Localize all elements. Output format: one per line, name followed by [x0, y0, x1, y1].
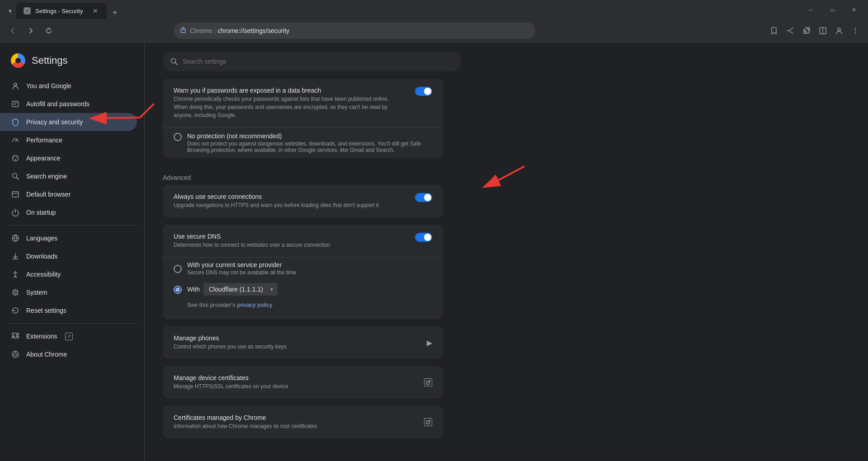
no-protection-radio[interactable] [174, 133, 182, 141]
device-certs-title: Manage device certificates [174, 374, 413, 381]
svg-point-5 [855, 28, 856, 29]
sidebar-item-you-and-google[interactable]: You and Google [0, 77, 137, 95]
puzzle-icon [11, 332, 20, 341]
password-breach-toggle[interactable] [415, 87, 432, 96]
browser-icon [11, 190, 20, 199]
always-https-toggle-wrap [415, 193, 432, 202]
languages-label: Languages [26, 235, 57, 242]
manage-phones-info: Manage phones Control which phones you u… [174, 334, 427, 351]
sidebar-divider-2 [7, 323, 137, 324]
always-https-info: Always use secure connections Upgrade na… [174, 193, 415, 209]
downloads-label: Downloads [26, 253, 57, 260]
forward-button[interactable] [24, 24, 38, 38]
search-area [145, 42, 868, 79]
lock-icon [180, 27, 186, 34]
autofill-label: Autofill and passwords [26, 100, 90, 108]
main-content: Settings You and Google Autofill and pas… [0, 42, 868, 461]
settings-tab[interactable]: Settings - Security ✕ [16, 3, 107, 19]
svg-point-24 [15, 271, 16, 273]
dns-provider-select-wrap[interactable]: Cloudflare (1.1.1.1) [203, 283, 278, 296]
sidebar-item-reset-settings[interactable]: Reset settings [0, 301, 137, 320]
sidebar-item-search-engine[interactable]: Search engine [0, 167, 137, 185]
sidebar-item-on-startup[interactable]: On startup [0, 203, 137, 221]
external-link-indicator: ↗ [65, 333, 73, 340]
dns-with-radio[interactable] [174, 286, 182, 294]
device-certs-row[interactable]: Manage device certificates Manage HTTPS/… [163, 366, 443, 399]
sidebar-item-downloads[interactable]: Downloads [0, 247, 137, 265]
content-area: Warn you if passwords are exposed in a d… [145, 42, 868, 461]
appearance-label: Appearance [26, 155, 61, 162]
maximize-button[interactable]: ▭ [822, 3, 843, 17]
chrome-icon [11, 350, 20, 359]
sidebar-item-default-browser[interactable]: Default browser [0, 185, 137, 203]
gauge-icon [11, 136, 20, 145]
chrome-certs-row[interactable]: Certificates managed by Chrome Informati… [163, 406, 443, 438]
no-protection-option[interactable]: No protection (not recommended) Does not… [163, 128, 443, 158]
chrome-certs-external-icon [424, 418, 432, 426]
sidebar-item-autofill[interactable]: Autofill and passwords [0, 95, 137, 113]
always-https-toggle[interactable] [415, 193, 432, 202]
address-bar: Chrome | chrome://settings/security [0, 19, 868, 42]
split-view-button[interactable] [816, 24, 830, 38]
sidebar-item-accessibility[interactable]: Accessibility [0, 265, 137, 283]
device-certs-external-icon [424, 378, 432, 386]
sidebar-item-performance[interactable]: Performance [0, 131, 137, 149]
profile-button[interactable] [832, 24, 846, 38]
secure-dns-toggle[interactable] [415, 233, 432, 242]
extensions-button[interactable] [799, 24, 814, 38]
privacy-policy-row: See this provider's privacy policy [174, 299, 432, 312]
new-tab-button[interactable]: + [108, 6, 121, 19]
window-controls: ─ ▭ ✕ [800, 3, 864, 19]
url-path: chrome://settings/security [217, 27, 289, 34]
sidebar-item-languages[interactable]: Languages [0, 229, 137, 247]
svg-point-4 [838, 28, 840, 31]
svg-point-7 [855, 32, 856, 33]
dns-options: With your current service provider Secur… [163, 258, 443, 319]
dns-current-provider-row[interactable]: With your current service provider Secur… [174, 258, 432, 279]
password-breach-title: Warn you if passwords are exposed in a d… [174, 87, 404, 94]
manage-phones-desc: Control which phones you use as security… [174, 343, 416, 351]
chrome-logo [11, 53, 25, 68]
svg-point-14 [14, 157, 14, 158]
always-https-card: Always use secure connections Upgrade na… [163, 185, 443, 217]
device-certs-info: Manage device certificates Manage HTTPS/… [174, 374, 424, 390]
secure-dns-desc: Determines how to connect to websites ov… [174, 241, 404, 249]
download-icon [11, 252, 20, 261]
svg-point-25 [14, 292, 16, 293]
minimize-button[interactable]: ─ [800, 3, 821, 17]
secure-dns-row: Use secure DNS Determines how to connect… [163, 225, 443, 258]
sidebar-item-extensions[interactable]: Extensions ↗ [0, 327, 137, 345]
svg-point-8 [14, 83, 17, 86]
search-input[interactable] [183, 58, 454, 65]
dns-current-text: With your current service provider Secur… [187, 261, 296, 276]
svg-point-6 [855, 30, 856, 31]
tab-close-button[interactable]: ✕ [91, 7, 99, 15]
secure-dns-card: Use secure DNS Determines how to connect… [163, 225, 443, 319]
chrome-certs-desc: Information about how Chrome manages its… [174, 422, 413, 430]
back-button[interactable] [5, 24, 20, 38]
password-breach-info: Warn you if passwords are exposed in a d… [174, 87, 415, 119]
chrome-certs-title: Certificates managed by Chrome [174, 414, 413, 421]
dns-with-provider-row[interactable]: With Cloudflare (1.1.1.1) [174, 279, 432, 299]
dns-with-label: With [187, 286, 200, 293]
search-engine-label: Search engine [26, 173, 67, 180]
advanced-heading: Advanced [163, 165, 443, 185]
menu-button[interactable] [848, 24, 863, 38]
url-bar[interactable]: Chrome | chrome://settings/security [174, 23, 535, 39]
sidebar-item-appearance[interactable]: Appearance [0, 149, 137, 167]
sidebar-item-system[interactable]: System [0, 283, 137, 301]
search-bar[interactable] [163, 52, 461, 71]
performance-label: Performance [26, 136, 62, 144]
dns-provider-select[interactable]: Cloudflare (1.1.1.1) [203, 283, 278, 296]
device-certs-desc: Manage HTTPS/SSL certificates on your de… [174, 382, 413, 390]
manage-phones-row[interactable]: Manage phones Control which phones you u… [163, 326, 443, 359]
dns-current-radio[interactable] [174, 265, 182, 273]
reload-button[interactable] [42, 24, 56, 38]
share-button[interactable] [783, 24, 797, 38]
sidebar-item-about-chrome[interactable]: About Chrome [0, 345, 137, 363]
tab-list-button[interactable]: ▾ [4, 5, 16, 17]
bookmark-button[interactable] [767, 24, 781, 38]
close-button[interactable]: ✕ [844, 3, 864, 17]
privacy-policy-link[interactable]: privacy policy [237, 301, 272, 308]
sidebar-item-privacy[interactable]: Privacy and security [0, 113, 137, 131]
